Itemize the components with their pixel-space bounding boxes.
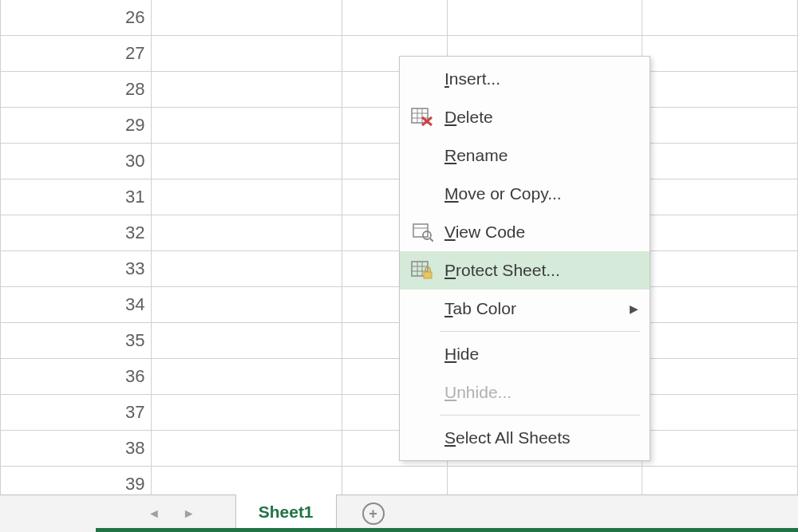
menu-label: Delete (444, 108, 638, 127)
menu-item-move-copy[interactable]: Move or Copy... (400, 175, 650, 213)
cell[interactable] (152, 215, 342, 251)
new-sheet-button[interactable]: + (362, 502, 385, 525)
menu-label: Protect Sheet... (444, 261, 638, 280)
blank-icon (408, 182, 437, 206)
protect-sheet-icon (408, 258, 437, 282)
cell[interactable] (152, 36, 342, 72)
blank-icon (408, 67, 437, 91)
delete-sheet-icon (408, 105, 437, 129)
cell[interactable] (342, 0, 448, 36)
cell[interactable] (152, 72, 342, 108)
cell[interactable] (152, 395, 342, 431)
cell[interactable] (642, 215, 798, 251)
cell[interactable] (642, 251, 798, 287)
row-header[interactable]: 38 (0, 431, 152, 467)
cell[interactable] (642, 0, 798, 36)
menu-item-hide[interactable]: Hide (400, 335, 650, 373)
menu-label: Hide (444, 345, 638, 364)
menu-label: View Code (444, 223, 638, 242)
cell[interactable] (152, 359, 342, 395)
row-header[interactable]: 36 (0, 359, 152, 395)
cell[interactable] (152, 431, 342, 467)
svg-line-10 (430, 238, 433, 242)
blank-icon (408, 297, 437, 321)
active-tab-underline (96, 528, 798, 532)
row-header[interactable]: 28 (0, 72, 152, 108)
svg-rect-7 (413, 224, 428, 237)
svg-rect-16 (424, 272, 432, 278)
menu-label: Move or Copy... (444, 184, 638, 203)
row-header[interactable]: 33 (0, 251, 152, 287)
menu-label: Unhide... (444, 383, 638, 402)
menu-item-insert[interactable]: Insert... (400, 60, 650, 98)
row-header[interactable]: 37 (0, 395, 152, 431)
row-header[interactable]: 26 (0, 0, 152, 36)
menu-item-delete[interactable]: Delete (400, 98, 650, 136)
prev-sheet-arrow-icon[interactable]: ◄ (148, 506, 160, 521)
menu-separator (440, 331, 640, 332)
cell[interactable] (642, 287, 798, 323)
cell[interactable] (642, 395, 798, 431)
cell[interactable] (642, 323, 798, 359)
blank-icon (408, 380, 437, 404)
cell[interactable] (642, 72, 798, 108)
row-header[interactable]: 31 (0, 179, 152, 215)
submenu-arrow-icon: ▶ (630, 302, 638, 315)
menu-item-unhide: Unhide... (400, 373, 650, 412)
sheet-tab-active[interactable]: Sheet1 (235, 495, 337, 532)
cell[interactable] (642, 179, 798, 215)
menu-label: Rename (444, 146, 638, 165)
cell[interactable] (642, 108, 798, 144)
cell[interactable] (642, 36, 798, 72)
menu-item-protect-sheet[interactable]: Protect Sheet... (400, 251, 650, 290)
next-sheet-arrow-icon[interactable]: ► (183, 506, 196, 521)
cell[interactable] (642, 359, 798, 395)
cell[interactable] (152, 251, 342, 287)
cell[interactable] (642, 431, 798, 467)
sheet-tab-context-menu: Insert... Delete Rename Move or Copy... … (399, 56, 650, 461)
cell[interactable] (152, 0, 342, 36)
cell[interactable] (152, 179, 342, 215)
cell[interactable] (152, 108, 342, 144)
row-header[interactable]: 30 (0, 144, 152, 179)
row-header[interactable]: 29 (0, 108, 152, 144)
cell[interactable] (152, 287, 342, 323)
row-header[interactable]: 27 (0, 36, 152, 72)
blank-icon (408, 342, 437, 366)
menu-label: Insert... (444, 69, 638, 89)
menu-item-view-code[interactable]: View Code (400, 213, 650, 251)
row-header[interactable]: 32 (0, 215, 152, 251)
blank-icon (408, 426, 437, 450)
menu-label: Select All Sheets (444, 428, 638, 447)
cell[interactable] (448, 0, 642, 36)
menu-separator (440, 415, 640, 416)
row-header[interactable]: 35 (0, 323, 152, 359)
menu-item-tab-color[interactable]: Tab Color ▶ (400, 290, 650, 328)
menu-item-rename[interactable]: Rename (400, 136, 650, 175)
cell[interactable] (152, 144, 342, 179)
tab-navigation: ◄ ► (0, 506, 196, 521)
row-header[interactable]: 34 (0, 287, 152, 323)
cell[interactable] (152, 323, 342, 359)
cell[interactable] (642, 144, 798, 179)
view-code-icon (408, 220, 437, 244)
blank-icon (408, 144, 437, 167)
sheet-tab-bar: ◄ ► Sheet1 + (0, 495, 798, 532)
menu-item-select-all-sheets[interactable]: Select All Sheets (400, 419, 650, 457)
svg-point-9 (423, 231, 431, 239)
menu-label: Tab Color (444, 299, 630, 318)
